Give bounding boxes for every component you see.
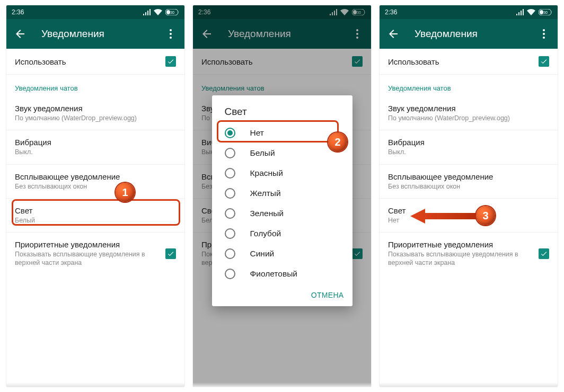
radio-unselected-icon [225, 228, 235, 239]
bottom-shadow [380, 382, 558, 387]
section-header-chats: Уведомления чатов [6, 75, 184, 96]
app-bar: Уведомления [380, 19, 558, 49]
option-label: Желтый [250, 189, 281, 198]
setting-notification-sound[interactable]: Звук уведомленияПо умолчанию (WaterDrop_… [380, 96, 558, 130]
status-time: 2:36 [12, 8, 24, 16]
row-value: Выкл. [388, 148, 549, 156]
checkbox-checked-icon[interactable] [539, 56, 549, 67]
section-header-chats: Уведомления чатов [380, 75, 558, 96]
back-arrow-icon[interactable] [14, 28, 27, 40]
radio-unselected-icon [225, 208, 235, 219]
phone-screen-1: 2:36 30 Уведомления Использовать Уведомл… [6, 5, 184, 387]
row-value: Без всплывающих окон [15, 182, 176, 191]
light-option-5[interactable]: Голубой [212, 224, 352, 244]
kebab-menu-icon[interactable] [164, 28, 177, 40]
battery-icon: 30 [165, 9, 179, 15]
option-label: Нет [250, 128, 264, 138]
app-bar: Уведомления [6, 19, 184, 49]
checkbox-checked-icon[interactable] [165, 248, 176, 259]
battery-icon: 30 [539, 9, 552, 15]
bottom-shadow [193, 382, 371, 387]
annotation-badge-2: 2 [328, 132, 347, 152]
row-value: Без всплывающих окон [388, 182, 549, 191]
radio-selected-icon [225, 128, 235, 138]
svg-point-16 [543, 33, 545, 35]
row-label: Использовать [388, 57, 539, 66]
row-label: Вибрация [15, 138, 176, 147]
wifi-icon [154, 9, 162, 15]
row-value: Выкл. [15, 148, 176, 156]
setting-use-tones[interactable]: Использовать [6, 49, 184, 75]
back-arrow-icon[interactable] [387, 28, 400, 40]
wifi-icon [527, 9, 535, 15]
row-label: Звук уведомления [15, 104, 176, 113]
kebab-menu-icon[interactable] [537, 28, 550, 40]
row-label: Всплывающее уведомление [15, 172, 176, 181]
annotation-badge-1: 1 [116, 183, 135, 202]
setting-light[interactable]: Свет Белый [6, 199, 184, 233]
setting-popup[interactable]: Всплывающее уведомлениеБез всплывающих о… [380, 165, 558, 199]
annotation-badge-3: 3 [476, 206, 495, 225]
svg-text:30: 30 [170, 11, 174, 14]
row-label: Всплывающее уведомление [388, 172, 549, 181]
setting-priority[interactable]: Приоритетные уведомления Показывать вспл… [6, 233, 184, 275]
dialog-cancel-button[interactable]: ОТМЕНА [311, 291, 344, 299]
setting-vibration[interactable]: ВибрацияВыкл. [380, 130, 558, 164]
status-icons: 30 [516, 9, 552, 15]
setting-vibration[interactable]: Вибрация Выкл. [6, 130, 184, 164]
light-option-4[interactable]: Зеленый [212, 203, 352, 224]
svg-point-15 [543, 29, 545, 31]
phone-screen-3: 2:36 30 Уведомления Использовать Уведомл… [380, 5, 558, 387]
status-bar: 2:36 30 [6, 5, 184, 19]
status-bar: 2:36 30 [380, 5, 558, 19]
option-label: Зеленый [250, 209, 284, 218]
svg-text:30: 30 [543, 11, 548, 14]
checkbox-checked-icon[interactable] [165, 56, 176, 67]
settings-list: Использовать Уведомления чатов Звук увед… [6, 49, 184, 387]
setting-use-tones[interactable]: Использовать [380, 49, 558, 75]
svg-rect-1 [166, 10, 170, 14]
row-value: По умолчанию (WaterDrop_preview.ogg) [388, 114, 549, 122]
row-value: Показывать всплывающие уведомления в вер… [15, 250, 165, 268]
row-label: Использовать [15, 57, 165, 66]
row-value: По умолчанию (WaterDrop_preview.ogg) [15, 114, 176, 122]
dialog-title: Свет [212, 95, 352, 123]
option-label: Синий [250, 249, 275, 259]
svg-point-3 [170, 29, 172, 31]
radio-unselected-icon [225, 168, 235, 179]
option-label: Красный [250, 168, 283, 178]
light-option-6[interactable]: Синий [212, 244, 352, 264]
status-time: 2:36 [385, 8, 397, 16]
phone-screen-2: 2:36 30 Уведомления Использовать Уведомл… [193, 5, 371, 387]
radio-unselected-icon [225, 248, 235, 259]
setting-popup[interactable]: Всплывающее уведомление Без всплывающих … [6, 165, 184, 199]
dialog-overlay[interactable]: Свет НетБелыйКрасныйЖелтыйЗеленыйГолубой… [193, 5, 371, 387]
bottom-shadow [6, 382, 184, 387]
row-label: Звук уведомления [388, 104, 549, 113]
svg-point-5 [170, 37, 172, 39]
light-option-7[interactable]: Фиолетовый [212, 264, 352, 284]
setting-priority[interactable]: Приоритетные уведомленияПоказывать всплы… [380, 233, 558, 275]
status-icons: 30 [143, 9, 179, 15]
checkbox-checked-icon[interactable] [539, 248, 549, 259]
row-value: Белый [15, 216, 176, 225]
radio-unselected-icon [225, 148, 235, 158]
light-dialog: Свет НетБелыйКрасныйЖелтыйЗеленыйГолубой… [212, 95, 352, 306]
svg-point-17 [543, 37, 545, 39]
svg-point-4 [170, 33, 172, 35]
dialog-actions: ОТМЕНА [212, 284, 352, 306]
light-option-3[interactable]: Желтый [212, 183, 352, 203]
option-label: Фиолетовый [250, 269, 297, 279]
annotation-arrow [410, 209, 479, 224]
signal-icon [143, 9, 151, 15]
signal-icon [516, 9, 524, 15]
row-label: Вибрация [388, 138, 549, 147]
option-label: Голубой [250, 229, 281, 238]
setting-notification-sound[interactable]: Звук уведомления По умолчанию (WaterDrop… [6, 96, 184, 130]
svg-rect-13 [540, 10, 543, 14]
row-label: Приоритетные уведомления [15, 240, 165, 249]
row-value: Показывать всплывающие уведомления в вер… [388, 250, 539, 268]
appbar-title: Уведомления [415, 28, 537, 40]
light-option-2[interactable]: Красный [212, 163, 352, 183]
row-label: Приоритетные уведомления [388, 240, 539, 249]
